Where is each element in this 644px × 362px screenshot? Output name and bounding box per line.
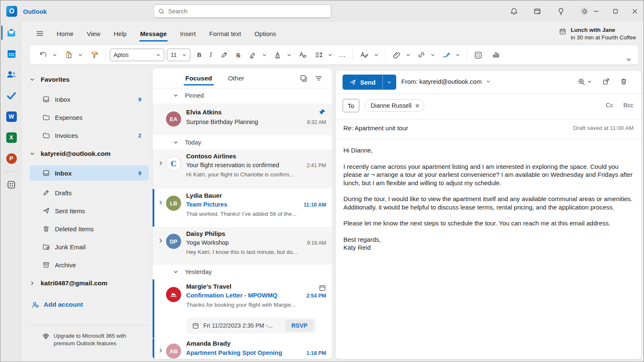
- paste-button[interactable]: [65, 51, 73, 59]
- expand-thread-icon[interactable]: [158, 238, 164, 243]
- bcc-button[interactable]: Bcc: [623, 102, 634, 109]
- attach-file-icon[interactable]: [392, 51, 401, 59]
- recipient-pill[interactable]: Dianne Russell: [364, 99, 424, 112]
- discard-draft-icon[interactable]: [620, 78, 628, 85]
- folder-junk-email[interactable]: Junk Email: [30, 239, 149, 254]
- to-button[interactable]: To: [343, 99, 359, 112]
- folder-inbox-selected[interactable]: Inbox 9: [30, 165, 149, 181]
- add-account-button[interactable]: Add account: [31, 298, 83, 311]
- styles-dropdown-icon[interactable]: [374, 53, 379, 57]
- menu-insert[interactable]: Insert: [174, 27, 203, 41]
- italic-button[interactable]: I: [210, 51, 212, 59]
- highlight-icon[interactable]: [249, 51, 257, 59]
- folder-drafts[interactable]: Drafts: [30, 185, 149, 200]
- rail-excel-icon[interactable]: X: [0, 127, 22, 148]
- group-today[interactable]: Today: [153, 135, 332, 150]
- paste-dropdown-icon[interactable]: [78, 53, 83, 57]
- rail-word-icon[interactable]: W: [0, 106, 22, 127]
- group-pinned[interactable]: Pinned: [153, 88, 332, 103]
- highlight-dropdown-icon[interactable]: [262, 53, 267, 57]
- maximize-button[interactable]: [606, 0, 625, 22]
- font-color-icon[interactable]: [273, 51, 282, 59]
- close-button[interactable]: [625, 0, 644, 22]
- poll-chart-icon[interactable]: [492, 51, 500, 59]
- undo-button[interactable]: [39, 51, 47, 59]
- expand-thread-icon[interactable]: [158, 348, 164, 353]
- undo-dropdown-icon[interactable]: [52, 53, 57, 57]
- expand-thread-icon[interactable]: [158, 200, 164, 205]
- rail-mail-icon[interactable]: [0, 22, 22, 43]
- format-painter-icon[interactable]: [90, 51, 99, 59]
- signature-icon[interactable]: [442, 51, 450, 59]
- folder-invoices[interactable]: Invoices 2: [30, 128, 149, 143]
- menu-help[interactable]: Help: [107, 27, 133, 41]
- font-name-select[interactable]: Aptos: [110, 49, 164, 61]
- more-formatting-icon[interactable]: …: [338, 51, 346, 59]
- attach-dropdown-icon[interactable]: [406, 53, 410, 57]
- signature-dropdown-icon[interactable]: [455, 53, 460, 57]
- styles-icon[interactable]: [360, 51, 369, 59]
- expand-thread-icon[interactable]: [158, 160, 164, 166]
- group-yesterday[interactable]: Yesterday: [153, 265, 332, 279]
- apps-icon[interactable]: [474, 51, 483, 59]
- remove-recipient-icon[interactable]: [415, 103, 420, 108]
- message-row-elvia-atkins[interactable]: EA Elvia Atkins Surprise Birthday Planni…: [153, 103, 332, 135]
- line-spacing-dropdown-icon[interactable]: [328, 53, 332, 57]
- upgrade-banner[interactable]: Upgrade to Microsoft 365 with premium Ou…: [42, 332, 130, 347]
- message-row-amanda-brady[interactable]: AB Amanda Brady Apartment Parking Spot O…: [153, 339, 332, 359]
- message-row-contoso-airlines[interactable]: C Contoso Airlines Your flight reservati…: [153, 150, 332, 189]
- folder-archive[interactable]: Archive: [30, 257, 149, 272]
- tab-focused[interactable]: Focused: [184, 70, 213, 86]
- filter-icon[interactable]: [314, 74, 323, 83]
- line-spacing-icon[interactable]: [314, 51, 323, 59]
- menu-message[interactable]: Message: [133, 27, 173, 41]
- folder-sent-items[interactable]: Sent Items: [30, 203, 149, 218]
- account-secondary-header[interactable]: katri0487@gmail.com: [30, 277, 107, 290]
- folder-inbox-favorite[interactable]: Inbox 9: [30, 92, 149, 107]
- tab-other[interactable]: Other: [227, 70, 245, 86]
- send-button[interactable]: Send: [343, 75, 396, 90]
- message-row-daisy-philips[interactable]: DP Daisy Philips Yoga Workshop 9:16 AM H…: [153, 227, 332, 265]
- search-input[interactable]: [168, 8, 327, 15]
- message-body-editor[interactable]: Hi Dianne, I recently came across your a…: [343, 146, 634, 252]
- rail-todo-icon[interactable]: [0, 85, 22, 106]
- event-reminder[interactable]: Lunch with Jane in 30 min at Fourth Coff…: [559, 26, 636, 41]
- rsvp-button[interactable]: RSVP: [285, 320, 314, 331]
- search-box[interactable]: [153, 5, 331, 18]
- cc-button[interactable]: Cc: [606, 102, 613, 109]
- rail-people-icon[interactable]: [0, 64, 22, 85]
- menu-view[interactable]: View: [80, 27, 107, 41]
- favorites-header[interactable]: Favorites: [30, 73, 70, 86]
- font-color-dropdown-icon[interactable]: [287, 53, 291, 57]
- message-row-margies-travel[interactable]: Margie’s Travel Confirmation Letter - MP…: [153, 279, 332, 338]
- zoom-control[interactable]: [577, 78, 592, 86]
- text-brush-icon[interactable]: [220, 51, 229, 59]
- menu-format-text[interactable]: Format text: [203, 27, 248, 41]
- message-row-lydia-bauer[interactable]: LB Lydia Bauer Team Pictures 11:10 AM Th…: [153, 189, 332, 227]
- folder-expenses[interactable]: Expenses: [30, 110, 149, 125]
- send-options-dropdown-icon[interactable]: [383, 75, 396, 90]
- hamburger-icon[interactable]: [32, 26, 47, 41]
- link-icon[interactable]: [417, 51, 426, 59]
- rail-powerpoint-icon[interactable]: P: [0, 148, 22, 169]
- menu-home[interactable]: Home: [50, 27, 80, 41]
- rail-more-apps-icon[interactable]: [0, 174, 22, 195]
- tips-icon[interactable]: [556, 6, 566, 17]
- my-day-icon[interactable]: [532, 6, 543, 17]
- menu-options[interactable]: Options: [248, 27, 283, 41]
- pin-icon[interactable]: [319, 109, 326, 116]
- clear-formatting-icon[interactable]: [298, 51, 307, 59]
- bold-button[interactable]: B: [197, 52, 201, 59]
- rail-calendar-icon[interactable]: [0, 43, 22, 64]
- folder-deleted-items[interactable]: Deleted Items: [30, 221, 149, 236]
- strikethrough-button[interactable]: S: [236, 52, 240, 59]
- from-selector[interactable]: From: katyreid@outlook.com: [401, 78, 491, 85]
- open-in-new-window-icon[interactable]: [602, 78, 610, 85]
- account-primary-header[interactable]: katyreid@outlook.com: [30, 147, 111, 160]
- collapse-ribbon-icon[interactable]: [626, 57, 631, 62]
- font-size-select[interactable]: 11: [167, 49, 190, 61]
- select-messages-icon[interactable]: [299, 74, 308, 83]
- minimize-button[interactable]: [587, 0, 606, 22]
- notifications-icon[interactable]: [509, 6, 519, 17]
- link-dropdown-icon[interactable]: [431, 53, 435, 57]
